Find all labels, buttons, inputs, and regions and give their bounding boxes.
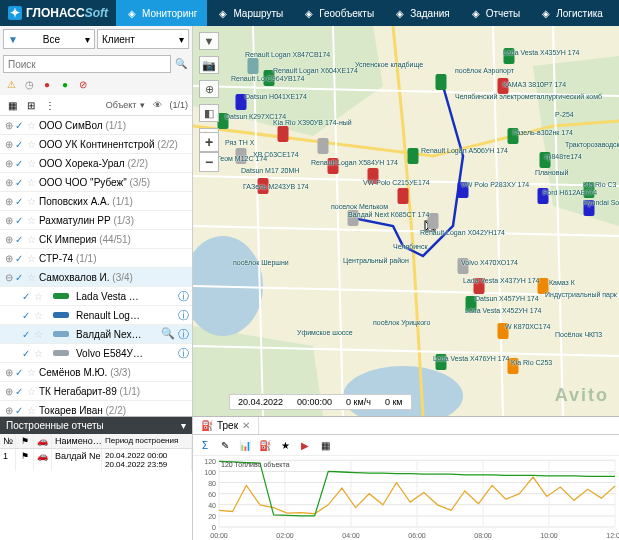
- excl-icon[interactable]: ●: [39, 76, 55, 92]
- nav-map-pin[interactable]: ◈Мониторинг: [116, 0, 207, 26]
- star-icon[interactable]: ☆: [27, 120, 39, 131]
- info-icon[interactable]: ⓘ: [178, 327, 189, 342]
- tab-track[interactable]: ⛽Трек✕: [193, 417, 259, 434]
- star-icon[interactable]: ☆: [34, 329, 46, 340]
- tree-group[interactable]: ⊕✓☆Токарев Иван (2/2): [0, 401, 192, 416]
- col-car-icon[interactable]: 🚗: [34, 434, 52, 448]
- col-flag-icon[interactable]: ⚑: [16, 434, 34, 448]
- expand-icon[interactable]: ⊖: [3, 272, 15, 283]
- warn-icon[interactable]: ⚠: [3, 76, 19, 92]
- expand-icon[interactable]: ⊕: [3, 215, 15, 226]
- vehicle-marker[interactable]: [408, 148, 419, 164]
- tree-group[interactable]: ⊖✓☆Самохвалов И. (3/4): [0, 268, 192, 287]
- ct-sum-icon[interactable]: Σ: [197, 437, 213, 453]
- star-icon[interactable]: ☆: [27, 272, 39, 283]
- nav-truck[interactable]: ◈Логистика: [530, 0, 613, 26]
- check-icon[interactable]: ✓: [15, 158, 27, 169]
- info-icon[interactable]: ⓘ: [178, 346, 189, 361]
- tree-group[interactable]: ⊕✓☆СТР-74 (1/1): [0, 249, 192, 268]
- check-icon[interactable]: ✓: [22, 329, 34, 340]
- camera-icon[interactable]: 📷: [199, 56, 219, 74]
- ct-chart-icon[interactable]: 📊: [237, 437, 253, 453]
- eye-icon[interactable]: 👁: [149, 97, 165, 113]
- check-icon[interactable]: ✓: [15, 196, 27, 207]
- star-icon[interactable]: ☆: [27, 177, 39, 188]
- star-icon[interactable]: ☆: [27, 386, 39, 397]
- ct-star-icon[interactable]: ★: [277, 437, 293, 453]
- close-icon[interactable]: ✕: [242, 420, 250, 431]
- tree-vehicle[interactable]: ✓☆Валдай Nex…🔍ⓘ: [0, 325, 192, 344]
- ct-edit-icon[interactable]: ✎: [217, 437, 233, 453]
- filter-all[interactable]: ▼Все▾: [3, 29, 95, 49]
- star-icon[interactable]: ☆: [27, 405, 39, 416]
- locate-icon[interactable]: 🔍: [161, 327, 175, 342]
- chart-body[interactable]: 02040608010012000:0002:0004:0006:0008:00…: [193, 456, 619, 540]
- star-icon[interactable]: ☆: [27, 158, 39, 169]
- expand-icon[interactable]: ⊕: [3, 158, 15, 169]
- tree-group[interactable]: ⊕✓☆СК Империя (44/51): [0, 230, 192, 249]
- star-icon[interactable]: ☆: [27, 367, 39, 378]
- ct-play-icon[interactable]: ▶: [297, 437, 313, 453]
- nav-report[interactable]: ◈Отчеты: [460, 0, 531, 26]
- star-icon[interactable]: ☆: [27, 234, 39, 245]
- check-icon[interactable]: ✓: [15, 367, 27, 378]
- tree-group[interactable]: ⊕✓☆Рахматулин РР (1/3): [0, 211, 192, 230]
- expand-icon[interactable]: ⊕: [3, 177, 15, 188]
- view1-icon[interactable]: ▦: [4, 97, 20, 113]
- vehicle-marker[interactable]: [248, 58, 259, 74]
- tree-vehicle[interactable]: ✓☆Renault Log…ⓘ: [0, 306, 192, 325]
- zoom-in[interactable]: +: [199, 132, 219, 152]
- info-icon[interactable]: ⓘ: [178, 308, 189, 323]
- col-name[interactable]: Наимено…: [52, 434, 102, 448]
- check-icon[interactable]: ✓: [22, 348, 34, 359]
- expand-icon[interactable]: ⊕: [3, 196, 15, 207]
- tree-group[interactable]: ⊕✓☆ООО Хорека-Урал (2/2): [0, 154, 192, 173]
- col-period[interactable]: Период построения: [102, 434, 192, 448]
- vehicle-marker[interactable]: [436, 74, 447, 90]
- layers-icon[interactable]: ◧: [199, 104, 219, 122]
- check-icon[interactable]: ✓: [15, 139, 27, 150]
- tree-group[interactable]: ⊕✓☆Поповских А.А. (1/1): [0, 192, 192, 211]
- expand-icon[interactable]: ⊕: [3, 120, 15, 131]
- search-input[interactable]: [3, 55, 171, 73]
- expand-icon[interactable]: ⊕: [3, 367, 15, 378]
- check-icon[interactable]: ✓: [15, 120, 27, 131]
- star-icon[interactable]: ☆: [34, 348, 46, 359]
- tree-group[interactable]: ⊕✓☆Семёнов М.Ю. (3/3): [0, 363, 192, 382]
- expand-icon[interactable]: ⊕: [3, 253, 15, 264]
- ct-grid-icon[interactable]: ▦: [317, 437, 333, 453]
- tree-group[interactable]: ⊕✓☆ТК Негабарит-89 (1/1): [0, 382, 192, 401]
- star-icon[interactable]: ☆: [27, 196, 39, 207]
- tree-group[interactable]: ⊕✓☆ООО УК Континентстрой (2/2): [0, 135, 192, 154]
- nav-route[interactable]: ◈Маршруты: [207, 0, 293, 26]
- expand-icon[interactable]: ⊕: [3, 386, 15, 397]
- star-icon[interactable]: ☆: [34, 291, 46, 302]
- check-icon[interactable]: ✓: [15, 215, 27, 226]
- report-row[interactable]: 1⚑🚗Валдай Ne…20.04.2022 00:00 20.04.2022…: [0, 449, 192, 471]
- filter-client[interactable]: Клиент▾: [97, 29, 189, 49]
- tree-group[interactable]: ⊕✓☆ООО ЧОО "Рубеж" (3/5): [0, 173, 192, 192]
- star-icon[interactable]: ☆: [27, 215, 39, 226]
- map[interactable]: Datsun К297ХС174Kia Rio Х390УВ 174-ныйRe…: [193, 26, 619, 416]
- star-icon[interactable]: ☆: [34, 310, 46, 321]
- info-icon[interactable]: ⓘ: [178, 289, 189, 304]
- zoom-out[interactable]: −: [199, 152, 219, 172]
- vehicle-marker[interactable]: [278, 126, 289, 142]
- vehicle-marker[interactable]: [398, 188, 409, 204]
- more-icon[interactable]: ⋮: [42, 97, 58, 113]
- search-icon[interactable]: 🔍: [173, 55, 189, 71]
- star-icon[interactable]: ☆: [27, 139, 39, 150]
- check-icon[interactable]: ✓: [15, 253, 27, 264]
- tree-group[interactable]: ⊕✓☆ООО СимВол (1/1): [0, 116, 192, 135]
- target-icon[interactable]: ⊕: [199, 80, 219, 98]
- tree-vehicle[interactable]: ✓☆Lada Vesta …ⓘ: [0, 287, 192, 306]
- expand-icon[interactable]: ⊞: [23, 97, 39, 113]
- filter-icon[interactable]: ▼: [199, 32, 219, 50]
- ok-icon[interactable]: ●: [57, 76, 73, 92]
- ct-fuel-icon[interactable]: ⛽: [257, 437, 273, 453]
- expand-icon[interactable]: ⊕: [3, 405, 15, 416]
- expand-icon[interactable]: ⊕: [3, 234, 15, 245]
- check-icon[interactable]: ✓: [15, 234, 27, 245]
- nav-task[interactable]: ◈Задания: [384, 0, 460, 26]
- block-icon[interactable]: ⊘: [75, 76, 91, 92]
